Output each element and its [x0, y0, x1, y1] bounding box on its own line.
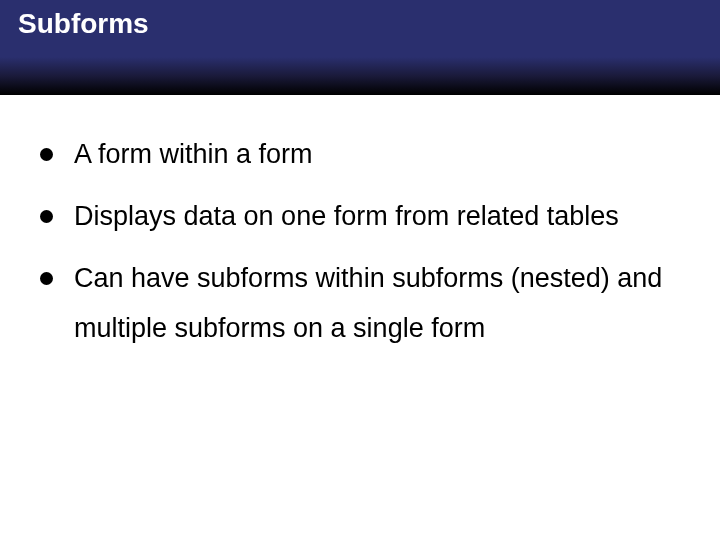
- slide-title: Subforms: [18, 8, 702, 40]
- bullet-item: Displays data on one form from related t…: [40, 192, 680, 242]
- slide-content: A form within a form Displays data on on…: [0, 95, 720, 386]
- bullet-list: A form within a form Displays data on on…: [40, 130, 680, 354]
- slide-header: Subforms: [0, 0, 720, 95]
- bullet-item: A form within a form: [40, 130, 680, 180]
- bullet-item: Can have subforms within subforms (neste…: [40, 254, 680, 354]
